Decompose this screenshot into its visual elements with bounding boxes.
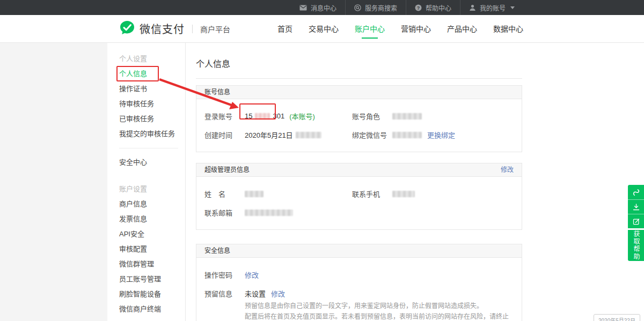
sidebar-item-security-center[interactable]: 安全中心	[119, 155, 185, 170]
modify-admin-link[interactable]: 修改	[501, 163, 514, 176]
help-center-link[interactable]: ? 帮助中心	[406, 0, 460, 15]
my-account-menu[interactable]: 我的账号	[460, 0, 523, 15]
modify-reserved-info-link[interactable]: 修改	[271, 288, 285, 298]
nav-product-center[interactable]: 产品中心	[447, 15, 477, 43]
redacted-contact-email	[245, 210, 293, 216]
floating-side-menu: 获取帮助	[628, 185, 644, 261]
created-date-text: 2020年5月21日	[245, 130, 293, 140]
sidebar-header-personal-settings: 个人设置	[119, 51, 185, 66]
account-info-card-body: 登录账号 15301 (本账号) 账号角色	[196, 99, 522, 152]
redacted-wechat-id	[392, 132, 422, 138]
title-divider	[196, 78, 522, 79]
service-provider-search-link[interactable]: 服务商搜索	[345, 0, 406, 15]
sidebar-item-merchant-terminal[interactable]: 微信商户终端	[119, 302, 185, 317]
sidebar-item-merchant-info[interactable]: 商户信息	[119, 197, 185, 212]
card-title: 超级管理员信息	[204, 163, 250, 176]
bound-wechat-label: 绑定微信号	[352, 130, 392, 140]
nav-marketing-center[interactable]: 营销中心	[401, 15, 431, 43]
nav-transaction-center[interactable]: 交易中心	[309, 15, 339, 43]
link-icon	[632, 188, 640, 197]
topbar-item-label: 帮助中心	[426, 3, 451, 12]
redacted-admin-name	[245, 191, 264, 197]
account-info-card: 账号信息 登录账号 15301 (本账号) 账号角色	[196, 85, 522, 152]
get-help-button[interactable]: 获取帮助	[628, 230, 644, 261]
login-account-suffix: 301	[273, 112, 284, 120]
sidebar-item-api-security[interactable]: API安全	[119, 227, 185, 242]
download-icon	[632, 203, 640, 211]
change-binding-link[interactable]: 更换绑定	[427, 130, 455, 140]
primary-nav: 首页 交易中心 账户中心 营销中心 产品中心 数据中心	[277, 15, 644, 43]
sidebar-item-my-submitted-tasks[interactable]: 我提交的审核任务	[119, 126, 185, 141]
chevron-down-icon	[510, 6, 515, 9]
login-account-label: 登录账号	[204, 111, 245, 121]
sidebar-item-operation-certificate[interactable]: 操作证书	[119, 81, 185, 96]
site-header: 微信支付 商户平台 首页 交易中心 账户中心 营销中心 产品中心 数据中心	[0, 15, 644, 43]
login-account-value: 15301 (本账号)	[245, 111, 315, 121]
redacted-account-role	[392, 113, 422, 120]
card-title: 安全信息	[204, 244, 230, 257]
feedback-button[interactable]	[628, 214, 644, 228]
sidebar-item-personal-info[interactable]: 个人信息	[119, 66, 185, 81]
operation-password-label: 操作密码	[204, 270, 245, 280]
sidebar-header-account-settings: 账户设置	[119, 182, 185, 197]
portal-name: 商户平台	[200, 24, 230, 34]
topbar-item-label: 我的账号	[480, 3, 506, 12]
edit-icon	[632, 218, 640, 226]
sidebar-item-staff-account-mgmt[interactable]: 员工账号管理	[119, 272, 185, 287]
contact-phone-label: 联系手机	[352, 189, 392, 199]
sidebar-item-wechat-group-mgmt[interactable]: 微信群管理	[119, 257, 185, 272]
redacted-phone-middle	[255, 113, 270, 120]
super-admin-card: 超级管理员信息 修改 姓 名 联系手机	[196, 163, 522, 230]
note-line: 配置后将在首页及充值页面显示。若未看到预留信息，表明当前访问的网站存在风险，请终…	[245, 311, 514, 321]
sidebar-item-reviewed-tasks[interactable]: 已审核任务	[119, 111, 185, 126]
account-icon	[469, 4, 476, 11]
header-divider	[192, 25, 193, 33]
page-title: 个人信息	[196, 57, 644, 70]
sidebar: 个人设置 个人信息 操作证书 待审核任务 已审核任务 我提交的审核任务 安全中心…	[107, 43, 186, 321]
message-center-link[interactable]: 消息中心	[291, 0, 345, 15]
card-title: 账号信息	[204, 86, 230, 99]
sidebar-divider	[119, 148, 178, 148]
content-area: 个人设置 个人信息 操作证书 待审核任务 已审核任务 我提交的审核任务 安全中心…	[0, 43, 644, 321]
logo-wordmark: 微信支付	[140, 21, 185, 36]
security-info-card: 安全信息 操作密码 修改 预留信息 未设置 修改	[196, 244, 522, 321]
main-panel: 个人信息 账号信息 登录账号 15301 (本账号)	[186, 43, 644, 321]
services-search-icon	[354, 4, 361, 11]
message-icon	[299, 5, 307, 11]
topbar-item-label: 消息中心	[311, 3, 336, 12]
left-gutter	[0, 43, 107, 321]
wechat-pay-logo[interactable]: 微信支付	[119, 20, 185, 38]
wechat-bubble-icon	[119, 20, 135, 38]
note-line: 预留信息是由你自己设置的一段文字，用来鉴定网站身份，防止假冒网站造成损失。	[245, 301, 514, 311]
reserved-info-label: 预留信息	[204, 288, 245, 298]
super-admin-card-body: 姓 名 联系手机 联系邮箱	[196, 177, 522, 229]
top-utility-bar: 消息中心 服务商搜索 ? 帮助中心 我的账号	[0, 0, 644, 15]
date-tooltip: 2020年5月22日	[594, 314, 640, 321]
svg-text:?: ?	[417, 5, 420, 10]
nav-home[interactable]: 首页	[277, 15, 292, 43]
modify-password-link[interactable]: 修改	[245, 270, 259, 280]
contact-email-label: 联系邮箱	[204, 207, 245, 218]
created-time-label: 创建时间	[204, 130, 245, 140]
sidebar-item-pending-review-tasks[interactable]: 待审核任务	[119, 96, 185, 111]
account-role-label: 账号角色	[352, 111, 392, 121]
nav-data-center[interactable]: 数据中心	[493, 15, 523, 43]
reserved-info-status: 未设置	[245, 288, 266, 298]
security-info-card-header: 安全信息	[196, 244, 522, 258]
super-admin-card-header: 超级管理员信息 修改	[196, 163, 522, 177]
reserved-info-note: 预留信息是由你自己设置的一段文字，用来鉴定网站身份，防止假冒网站造成损失。 配置…	[245, 301, 514, 321]
redacted-created-time	[296, 132, 321, 138]
sidebar-item-face-device[interactable]: 刷脸智能设备	[119, 287, 185, 302]
topbar-item-label: 服务商搜索	[365, 3, 397, 12]
download-button[interactable]	[628, 199, 644, 214]
current-account-tag: (本账号)	[289, 111, 315, 121]
nav-account-center[interactable]: 账户中心	[355, 15, 385, 43]
quick-link-button[interactable]	[628, 185, 644, 199]
help-icon: ?	[415, 4, 422, 11]
merchant-platform-page: 消息中心 服务商搜索 ? 帮助中心 我的账号 微信支付	[0, 0, 644, 321]
redacted-contact-phone	[392, 191, 415, 197]
account-info-card-header: 账号信息	[196, 86, 522, 99]
sidebar-item-invoice-info[interactable]: 发票信息	[119, 212, 185, 227]
sidebar-item-review-config[interactable]: 审核配置	[119, 242, 185, 257]
created-time-value: 2020年5月21日	[245, 130, 321, 140]
